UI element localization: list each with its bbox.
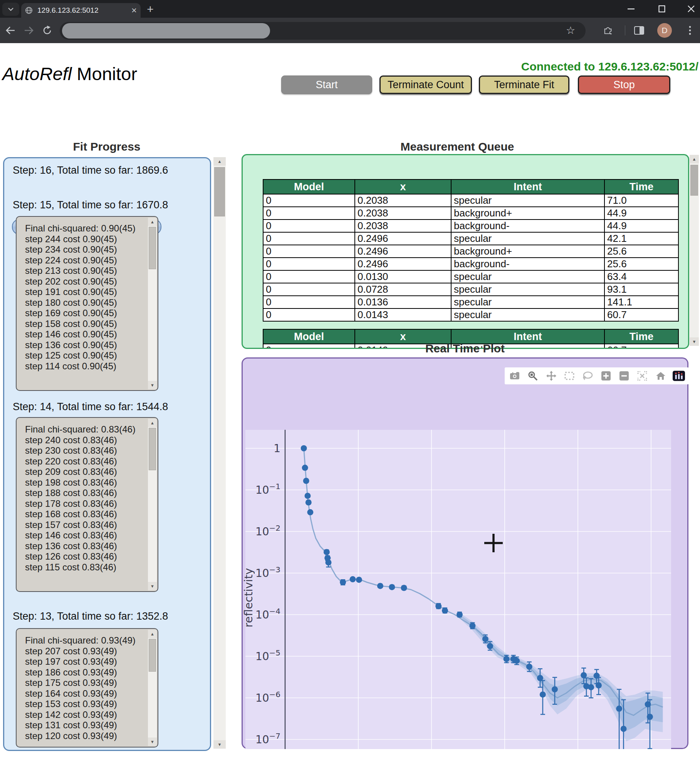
- scroll-down-icon[interactable]: ▼: [213, 740, 226, 749]
- log-scrollbar[interactable]: ▲▼: [148, 218, 157, 389]
- log-scrollbar[interactable]: ▲▼: [148, 419, 157, 590]
- fit-progress-scrollbar[interactable]: ▲ ▼: [213, 157, 226, 749]
- minimize-icon: [628, 8, 635, 10]
- pan-icon[interactable]: [545, 370, 557, 382]
- table-cell: 93.1: [604, 283, 678, 296]
- scrollbar-thumb[interactable]: [214, 167, 225, 216]
- table-cell: 0.0130: [355, 270, 451, 283]
- scrollbar-thumb[interactable]: [149, 639, 156, 672]
- measurement-queue-table: Model x Intent Time 00.2038specular71.00…: [263, 179, 679, 322]
- scrollbar-thumb[interactable]: [149, 428, 156, 470]
- kebab-menu-icon: [689, 26, 691, 35]
- table-cell: 0: [263, 194, 355, 207]
- table-cell: 0: [263, 220, 355, 232]
- close-window-button[interactable]: [683, 3, 700, 15]
- scroll-up-icon[interactable]: ▲: [690, 155, 699, 163]
- log-scrollbar[interactable]: ▲▼: [148, 630, 157, 746]
- table-cell: 0.2038: [355, 220, 451, 232]
- table-cell: 0.0728: [355, 283, 451, 296]
- camera-icon[interactable]: [509, 370, 521, 382]
- scroll-down-icon[interactable]: ▼: [148, 582, 157, 590]
- scroll-down-icon[interactable]: ▼: [148, 381, 157, 389]
- browser-menu-button[interactable]: [683, 23, 697, 38]
- scroll-down-icon[interactable]: ▼: [690, 337, 699, 346]
- autoscale-icon[interactable]: [636, 370, 648, 382]
- profile-avatar[interactable]: D: [657, 23, 672, 38]
- stop-button[interactable]: Stop: [578, 75, 670, 94]
- table-cell: 0.2496: [355, 258, 451, 270]
- table-cell: background-: [451, 258, 604, 270]
- start-button[interactable]: Start: [281, 75, 372, 94]
- scroll-up-icon[interactable]: ▲: [148, 218, 157, 226]
- lasso-select-icon[interactable]: [581, 370, 594, 382]
- table-cell: 141.1: [604, 296, 678, 308]
- queue-scrollbar[interactable]: ▲ ▼: [690, 155, 699, 346]
- page-title: AutoRefl Monitor: [2, 63, 137, 84]
- table-cell: 25.6: [604, 245, 678, 258]
- reflectivity-chart[interactable]: 110−110−210−310−410−510−610−700.050.10.1…: [242, 357, 688, 749]
- browser-window: 129.6.123.62:5012 × + ☆: [0, 0, 700, 761]
- scroll-up-icon[interactable]: ▲: [148, 419, 157, 427]
- scrollbar-thumb[interactable]: [690, 165, 698, 196]
- table-cell: 0.0136: [355, 296, 451, 308]
- maximize-button[interactable]: [653, 3, 670, 15]
- column-header-intent: Intent: [451, 179, 604, 194]
- side-panel-button[interactable]: [632, 23, 646, 38]
- plotly-logo-icon[interactable]: [673, 370, 685, 382]
- home-icon[interactable]: [655, 370, 667, 382]
- step-14-log[interactable]: Final chi-squared: 0.83(46) step 240 cos…: [16, 417, 158, 592]
- bookmark-star-icon[interactable]: ☆: [563, 23, 578, 38]
- avatar-initial: D: [661, 26, 667, 35]
- table-row: 00.0136specular141.1: [263, 296, 678, 308]
- table-cell: 60.7: [604, 308, 678, 321]
- table-cell: specular: [451, 296, 604, 308]
- reload-icon: [42, 25, 52, 35]
- fit-progress-heading: Fit Progress: [3, 140, 210, 153]
- fit-progress-panel: Step: 16, Total time so far: 1869.6 Step…: [3, 157, 211, 751]
- measurement-queue-panel: Model x Intent Time 00.2038specular71.00…: [242, 154, 689, 349]
- reload-button[interactable]: [40, 23, 55, 38]
- new-tab-button[interactable]: +: [143, 2, 157, 16]
- scroll-up-icon[interactable]: ▲: [213, 157, 226, 166]
- browser-tab[interactable]: 129.6.123.62:5012 ×: [21, 3, 141, 18]
- zoom-in-icon[interactable]: [600, 370, 612, 382]
- table-row: 00.2038background+44.9: [263, 207, 678, 220]
- terminate-count-button[interactable]: Terminate Count: [379, 75, 472, 94]
- table-cell: 0: [263, 207, 355, 220]
- maximize-icon: [658, 5, 665, 13]
- chevron-down-icon: [8, 7, 14, 11]
- table-cell: 0: [263, 270, 355, 283]
- scrollbar-thumb[interactable]: [149, 227, 156, 269]
- step-14-label: Step: 14, Total time so far: 1544.8: [13, 401, 168, 413]
- table-cell: 0.0143: [355, 308, 451, 321]
- y-axis-label: reflectivity: [242, 568, 255, 627]
- step-13-log[interactable]: Final chi-squared: 0.93(49) step 207 cos…: [16, 628, 158, 748]
- table-header-row: Model x Intent Time: [263, 179, 678, 194]
- box-select-icon[interactable]: [563, 370, 576, 382]
- table-cell: 0: [263, 245, 355, 258]
- log-lines: Final chi-squared: 0.90(45) step 244 cos…: [25, 223, 146, 371]
- tab-search-button[interactable]: [2, 3, 19, 16]
- column-header-model: Model: [263, 179, 355, 194]
- minimize-button[interactable]: [623, 3, 640, 15]
- extensions-button[interactable]: [601, 23, 616, 38]
- zoom-out-icon[interactable]: [618, 370, 630, 382]
- table-cell: 25.6: [604, 258, 678, 270]
- table-cell: 0.2496: [355, 232, 451, 245]
- table-cell: 0: [263, 308, 355, 321]
- forward-button[interactable]: [22, 23, 36, 38]
- column-header-time: Time: [604, 179, 678, 194]
- address-bar[interactable]: [60, 22, 586, 40]
- scroll-up-icon[interactable]: ▲: [148, 630, 157, 638]
- back-button[interactable]: [3, 23, 18, 38]
- table-cell: 63.4: [604, 270, 678, 283]
- measurement-queue-heading: Measurement Queue: [242, 140, 673, 153]
- tab-close-icon[interactable]: ×: [131, 7, 137, 14]
- table-cell: specular: [451, 270, 604, 283]
- scroll-down-icon[interactable]: ▼: [148, 738, 157, 746]
- step-15-log[interactable]: Final chi-squared: 0.90(45) step 244 cos…: [16, 216, 158, 391]
- terminate-fit-button[interactable]: Terminate Fit: [479, 75, 569, 94]
- table-cell: 0: [263, 296, 355, 308]
- extensions-puzzle-icon: [603, 25, 613, 35]
- zoom-icon[interactable]: [527, 370, 539, 382]
